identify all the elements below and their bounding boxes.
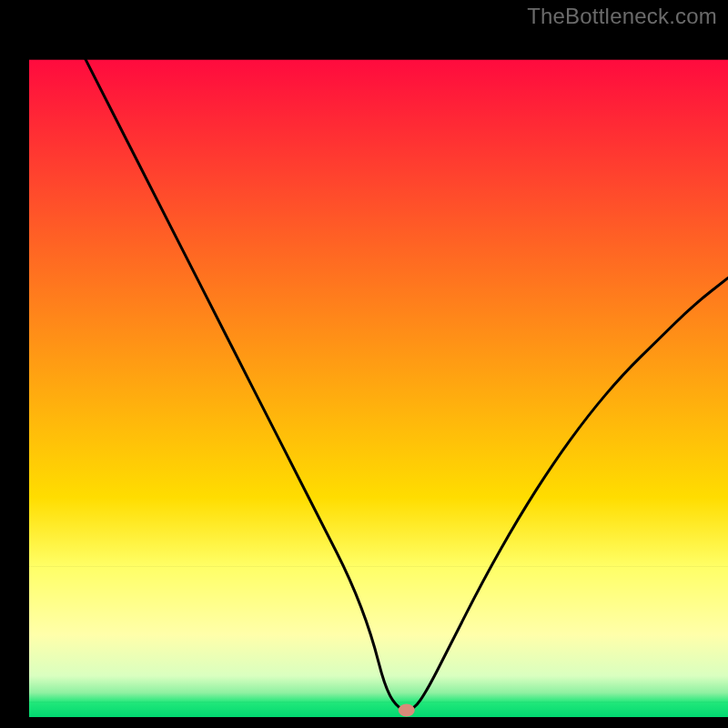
svg-rect-5 — [29, 676, 728, 693]
svg-rect-7 — [29, 702, 728, 717]
watermark-text: TheBottleneck.com — [527, 4, 717, 29]
chart-frame: TheBottleneck.com — [0, 0, 728, 728]
svg-rect-9 — [0, 0, 29, 728]
svg-rect-10 — [0, 717, 728, 728]
svg-rect-1 — [29, 60, 728, 499]
optimal-point-marker — [399, 703, 415, 716]
bottleneck-chart — [0, 0, 728, 728]
svg-rect-4 — [29, 635, 728, 677]
svg-rect-6 — [29, 693, 728, 703]
svg-rect-2 — [29, 498, 728, 567]
svg-rect-3 — [29, 566, 728, 635]
